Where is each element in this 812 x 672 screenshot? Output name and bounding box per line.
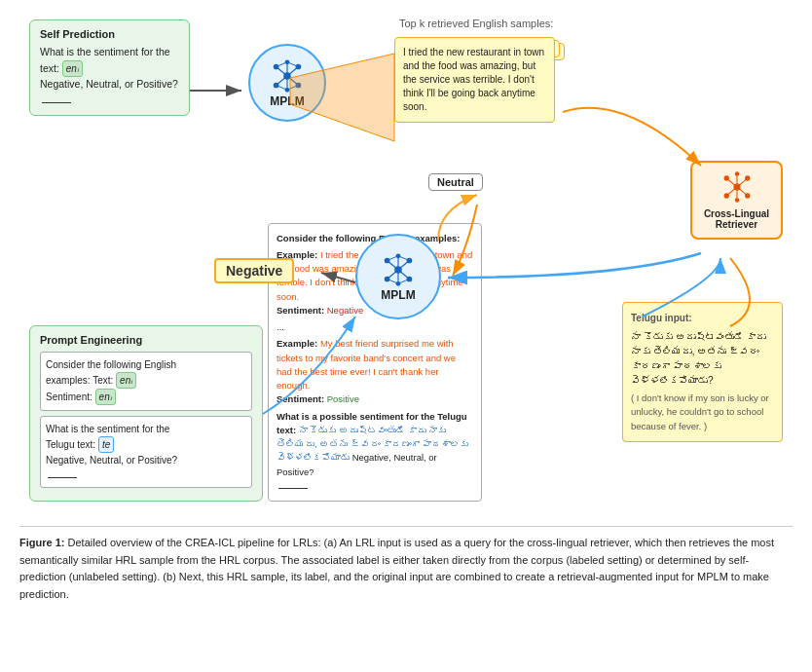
ellipsis: ... bbox=[277, 320, 473, 334]
svg-line-9 bbox=[277, 76, 287, 86]
paper-card-front: I tried the new restaurant in town and t… bbox=[394, 37, 555, 123]
svg-line-45 bbox=[388, 280, 398, 284]
mplm-top: MPLM bbox=[248, 44, 326, 122]
prompt-s1-line1: Consider the following English bbox=[46, 359, 176, 370]
mplm-top-icon bbox=[269, 57, 306, 94]
svg-line-15 bbox=[277, 86, 287, 91]
mplm-center: MPLM bbox=[355, 234, 441, 319]
telugu-question: What is a possible sentiment for the Tel… bbox=[277, 410, 473, 494]
cross-lingual-retriever-box: Cross-LingualRetriever bbox=[690, 161, 783, 240]
self-prediction-options: Negative, Neutral, or Positive? bbox=[40, 78, 178, 90]
svg-line-26 bbox=[726, 187, 737, 196]
negative-output-label: Negative bbox=[214, 258, 294, 283]
figure-number: Figure 1: bbox=[19, 537, 64, 548]
example2-sentiment: Positive bbox=[327, 393, 359, 404]
neutral-badge: Neutral bbox=[428, 173, 483, 191]
diagram-area: Top k retrieved English samples: Self Pr… bbox=[19, 10, 793, 516]
prompt-sub-section-1: Consider the following English examples:… bbox=[40, 352, 252, 411]
svg-line-43 bbox=[388, 256, 398, 261]
example1-sentiment: Negative bbox=[327, 305, 364, 316]
prompt-s2-line2: Telugu text: bbox=[46, 439, 95, 450]
prompt-s2-blank bbox=[48, 477, 77, 478]
mplm-top-label: MPLM bbox=[270, 94, 304, 108]
example2-prefix: Example: bbox=[277, 338, 320, 349]
mplm-center-icon bbox=[380, 251, 417, 288]
svg-line-27 bbox=[737, 187, 748, 196]
svg-line-38 bbox=[398, 261, 409, 271]
cross-lingual-icon bbox=[720, 170, 754, 204]
prompt-s2-line1: What is the sentiment for the bbox=[46, 424, 169, 434]
svg-line-14 bbox=[287, 62, 298, 67]
prompt-engineering-box: Prompt Engineering Consider the followin… bbox=[29, 325, 263, 502]
svg-line-44 bbox=[398, 256, 409, 261]
example2-sentiment-label: Sentiment: bbox=[277, 393, 327, 404]
prompt-engineering-title: Prompt Engineering bbox=[40, 334, 252, 346]
svg-line-25 bbox=[737, 178, 748, 187]
self-prediction-content: What is the sentiment for the text: enᵢ … bbox=[40, 45, 179, 107]
svg-line-7 bbox=[277, 67, 287, 77]
example2: Example: My best friend surprised me wit… bbox=[277, 337, 473, 406]
top-k-label: Top k retrieved English samples: bbox=[399, 18, 553, 29]
svg-line-10 bbox=[287, 76, 298, 86]
svg-line-46 bbox=[398, 280, 409, 284]
svg-line-24 bbox=[726, 178, 737, 187]
cross-lingual-label: Cross-LingualRetriever bbox=[698, 208, 775, 230]
caption-text: Detailed overview of the CREA-ICL pipeli… bbox=[19, 537, 774, 600]
figure-container: Top k retrieved English samples: Self Pr… bbox=[19, 10, 793, 603]
telugu-input-text: నా కొడుకు అదృష్టవంతుడే కాదు నాకు తెలియదు… bbox=[631, 329, 774, 388]
telugu-input-title: Telugu input: bbox=[631, 311, 774, 325]
svg-line-13 bbox=[277, 62, 287, 67]
figure-caption: Figure 1: Detailed overview of the CREA-… bbox=[19, 526, 793, 603]
self-prediction-question: What is the sentiment for the text: bbox=[40, 46, 170, 74]
telugu-input-translation: ( I don't know if my son is lucky or unl… bbox=[631, 392, 774, 433]
self-prediction-blank bbox=[42, 102, 71, 103]
svg-line-39 bbox=[388, 270, 398, 280]
prompt-s2-options: Negative, Neutral, or Positive? bbox=[46, 455, 177, 466]
self-prediction-box: Self Prediction What is the sentiment fo… bbox=[29, 19, 190, 116]
question-blank bbox=[278, 488, 308, 489]
svg-line-16 bbox=[287, 86, 298, 91]
prompt-s1-line2: examples: Text: bbox=[46, 375, 113, 386]
paper-stack: I tried the new restaurant in town and t… bbox=[394, 37, 565, 193]
prompt-s1-en-label: enᵢ bbox=[116, 372, 136, 389]
self-prediction-title: Self Prediction bbox=[40, 28, 179, 40]
prompt-s2-te-label: te bbox=[98, 436, 114, 453]
prompt-s1-en-label2: enᵢ bbox=[95, 389, 116, 405]
example1-sentiment-label: Sentiment: bbox=[277, 305, 327, 316]
self-prediction-en-label: enᵢ bbox=[62, 60, 83, 77]
prompt-s1-sentiment: Sentiment: bbox=[46, 392, 92, 402]
svg-line-40 bbox=[398, 270, 409, 280]
svg-line-8 bbox=[287, 67, 298, 77]
prompt-sub-section-2: What is the sentiment for the Telugu tex… bbox=[40, 416, 252, 488]
telugu-input-box: Telugu input: నా కొడుకు అదృష్టవంతుడే కాద… bbox=[622, 302, 783, 442]
svg-line-37 bbox=[388, 261, 398, 271]
mplm-center-label: MPLM bbox=[381, 288, 415, 302]
